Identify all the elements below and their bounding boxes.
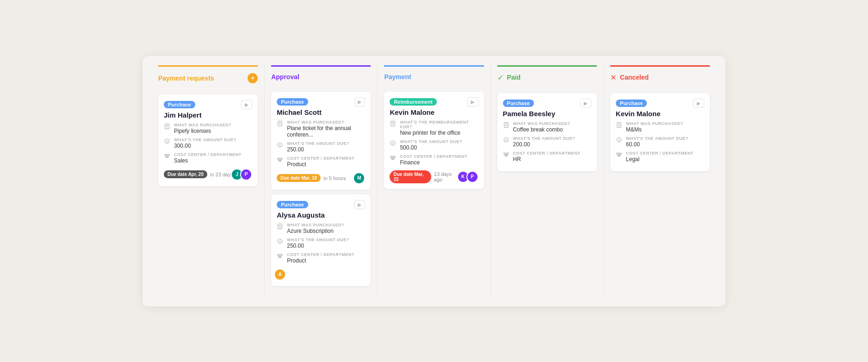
dollar-icon: $ (277, 238, 284, 245)
card-field: WHAT WAS PURCHASED? Pipefy licenses (164, 123, 252, 134)
field-label: WHAT'S THE AMOUNT DUE? (287, 237, 349, 242)
field-content: COST CENTER / DEPARTMENT Legal (626, 151, 694, 162)
card-footer: Due date Apr, 20 in 23 days J P (164, 169, 252, 181)
field-label: WHAT WAS PURCHASED? (287, 223, 344, 227)
card-header: Reimbursement Kevin Malone ► (390, 97, 478, 116)
avatar-group: M (356, 172, 365, 184)
card-left: Purchase Kevin Malone (616, 99, 661, 118)
field-content: WHAT'S THE AMOUNT DUE? 200.00 (513, 136, 576, 148)
card[interactable]: Purchase Jim Halpert ► WHAT WAS PURCHASE… (158, 94, 258, 186)
svg-rect-17 (278, 158, 279, 159)
footer-left-group: Due date Apr, 20 in 23 days (164, 170, 233, 178)
card-field: $ WHAT'S THE AMOUNT DUE? 250.00 (277, 141, 365, 153)
card-arrow-button[interactable]: ► (467, 97, 478, 106)
card-arrow-button[interactable]: ► (354, 200, 366, 209)
column-canceled: ✕ Canceled Purchase Kevin Malone ► WHAT … (604, 65, 716, 297)
card-name: Michael Scott (277, 108, 322, 116)
column-badge[interactable]: + (248, 73, 258, 83)
field-label: COST CENTER / DEPARTMENT (287, 156, 354, 161)
svg-rect-5 (165, 154, 167, 156)
card[interactable]: Purchase Michael Scott ► WHAT WAS PURCHA… (271, 92, 371, 190)
field-content: WHAT'S THE AMOUNT DUE? 60.00 (626, 136, 688, 148)
field-label: WHAT WAS PURCHASED? (513, 121, 570, 126)
column-header: ✓ Paid (497, 65, 597, 87)
field-label: WHAT WAS PURCHASED? (174, 123, 231, 127)
card[interactable]: Purchase Alysa Augusta ► WHAT WAS PURCHA… (271, 194, 371, 286)
svg-rect-41 (391, 156, 392, 157)
svg-rect-24 (278, 224, 282, 229)
field-value: 200.00 (513, 141, 576, 148)
field-content: WHAT WAS PURCHASED? Azure Subscription (287, 223, 344, 234)
svg-rect-60 (617, 122, 621, 127)
card-arrow-button[interactable]: ► (580, 99, 591, 108)
board-container: Payment requests + Purchase Jim Halpert … (143, 56, 725, 306)
avatar: P (240, 169, 252, 181)
field-label: COST CENTER / DEPARTMENT (287, 252, 354, 257)
card[interactable]: Purchase Pamela Beesley ► WHAT WAS PURCH… (497, 93, 597, 171)
dollar-icon: $ (277, 142, 284, 149)
card-left: Purchase Michael Scott (277, 97, 322, 116)
column-payment-requests: Payment requests + Purchase Jim Halpert … (152, 65, 265, 297)
svg-rect-65 (617, 153, 619, 154)
field-label: WHAT'S THE REIMBURSEMENT FOR? (400, 120, 478, 129)
field-content: COST CENTER / DEPARTMENT Finance (400, 154, 467, 166)
column-title-wrapper: ✕ Canceled (610, 73, 649, 82)
footer-left-group: Due date Mar, 15 13 days ago (390, 170, 459, 183)
field-value: Azure Subscription (287, 228, 344, 234)
svg-rect-12 (278, 121, 282, 126)
card-field: WHAT WAS PURCHASED? M&Ms (616, 121, 704, 133)
field-label: COST CENTER / DEPARTMENT (174, 152, 242, 157)
department-icon (503, 151, 510, 159)
avatar-group: A (277, 268, 286, 281)
field-value: New printer for the office (400, 130, 478, 136)
card-arrow-button[interactable]: ► (241, 100, 252, 109)
svg-rect-42 (393, 156, 395, 157)
due-time: 13 days ago (434, 171, 460, 182)
svg-text:$: $ (505, 138, 507, 142)
field-content: WHAT'S THE AMOUNT DUE? 500.00 (400, 139, 462, 151)
field-value: Legal (626, 156, 694, 162)
department-icon (616, 151, 623, 159)
card-field: WHAT WAS PURCHASED? Coffee break combo (503, 121, 591, 133)
field-value: 500.00 (400, 144, 462, 151)
due-date-badge: Due date Mar, 18 (277, 174, 321, 182)
card-tag: Reimbursement (390, 98, 436, 106)
field-value: Product (287, 257, 354, 264)
svg-text:$: $ (618, 138, 620, 142)
card-header: Purchase Michael Scott ► (277, 97, 365, 116)
field-value: Plane ticket for the annual conferen... (287, 125, 365, 138)
card-footer: Due date Mar, 18 in 5 hours M (277, 172, 365, 184)
dollar-icon: $ (616, 137, 623, 144)
card-field: $ WHAT'S THE AMOUNT DUE? 500.00 (390, 139, 478, 151)
svg-rect-66 (620, 153, 621, 154)
card[interactable]: Reimbursement Kevin Malone ► WHAT'S THE … (384, 92, 484, 189)
card-name: Alysa Augusta (277, 211, 325, 219)
svg-rect-6 (167, 154, 169, 156)
field-value: 60.00 (626, 141, 688, 148)
field-content: COST CENTER / DEPARTMENT Product (287, 252, 354, 264)
field-label: WHAT'S THE AMOUNT DUE? (400, 139, 462, 144)
card-tag: Purchase (277, 201, 308, 208)
column-header: ✕ Canceled (610, 65, 710, 87)
column-title: Approval (271, 73, 299, 81)
card-tag: Purchase (164, 101, 195, 108)
field-content: WHAT'S THE AMOUNT DUE? 250.00 (287, 237, 349, 249)
card-field: WHAT WAS PURCHASED? Azure Subscription (277, 223, 365, 234)
card-left: Purchase Alysa Augusta (277, 200, 325, 219)
department-icon (277, 156, 284, 164)
card[interactable]: Purchase Kevin Malone ► WHAT WAS PURCHAS… (610, 93, 710, 171)
column-title-wrapper: Approval (271, 73, 299, 81)
department-icon (164, 153, 171, 160)
svg-rect-30 (280, 254, 282, 256)
card-arrow-button[interactable]: ► (693, 99, 704, 108)
card-field: WHAT'S THE REIMBURSEMENT FOR? New printe… (390, 120, 478, 136)
card-field: $ WHAT'S THE AMOUNT DUE? 250.00 (277, 237, 365, 249)
card-tag: Purchase (277, 98, 308, 106)
field-label: WHAT WAS PURCHASED? (626, 121, 683, 126)
column-title: Canceled (620, 74, 649, 81)
card-field: COST CENTER / DEPARTMENT HR (503, 151, 591, 162)
column-header: Payment (384, 65, 484, 86)
card-field: WHAT WAS PURCHASED? Plane ticket for the… (277, 120, 365, 138)
card-arrow-button[interactable]: ► (354, 97, 366, 106)
card-name: Kevin Malone (390, 108, 436, 116)
